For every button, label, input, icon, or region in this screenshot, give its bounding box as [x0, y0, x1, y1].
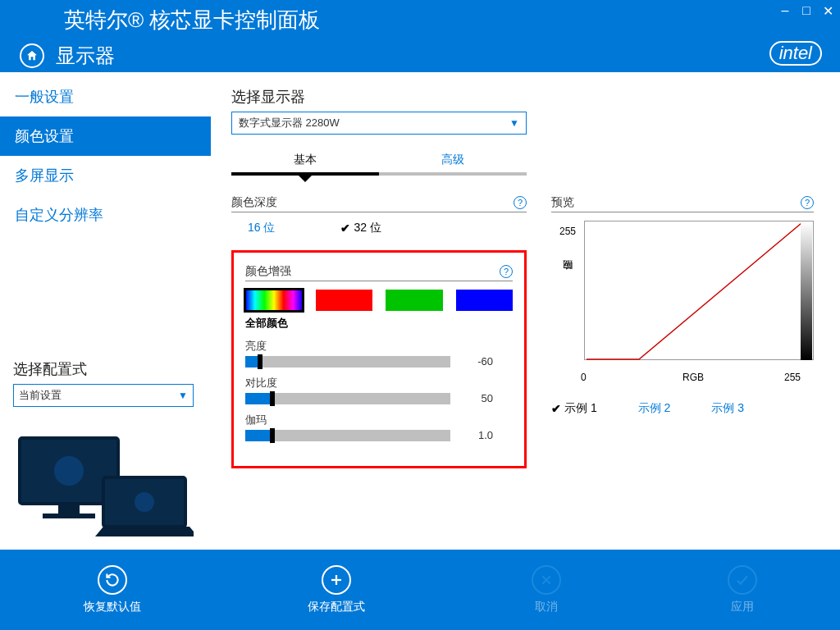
maximize-button[interactable]: □: [799, 3, 814, 18]
title-bar: 英特尔® 核芯显卡控制面板 – □ ✕: [0, 0, 840, 39]
swatch-all-colors[interactable]: [245, 290, 303, 311]
color-depth-label: 颜色深度: [231, 195, 277, 210]
chevron-down-icon: ▼: [178, 390, 188, 401]
undo-icon: [98, 565, 127, 595]
intel-logo: intel: [769, 41, 822, 66]
gamma-slider[interactable]: [245, 430, 450, 441]
swatch-green[interactable]: [386, 290, 443, 311]
sidebar-item-color[interactable]: 颜色设置: [0, 116, 211, 156]
save-profile-button[interactable]: 保存配置式: [308, 565, 365, 614]
device-illustration: [13, 431, 194, 538]
color-enhance-panel: 颜色增强 ? 全部颜色 亮度: [231, 250, 527, 468]
minimize-button[interactable]: –: [778, 3, 792, 18]
footer-bar: 恢复默认值 保存配置式 取消 应用: [0, 550, 840, 630]
contrast-value: 50: [460, 392, 493, 404]
depth-option-32[interactable]: ✔ 32 位: [340, 221, 381, 235]
help-icon[interactable]: ?: [801, 196, 814, 209]
svg-point-5: [135, 492, 154, 512]
close-button[interactable]: ✕: [820, 3, 835, 18]
gamma-value: 1.0: [460, 429, 493, 441]
gamma-label: 伽玛: [245, 413, 513, 427]
svg-point-1: [54, 456, 84, 486]
window-controls: – □ ✕: [778, 3, 835, 18]
display-select[interactable]: 数字式显示器 2280W ▼: [231, 112, 527, 135]
depth-option-16[interactable]: 16 位: [248, 221, 275, 235]
check-icon: [728, 565, 757, 595]
example-1[interactable]: ✔ 示例 1: [551, 401, 597, 416]
brightness-label: 亮度: [245, 339, 513, 354]
color-depth-header: 颜色深度 ?: [231, 195, 527, 212]
svg-rect-3: [43, 514, 95, 518]
preview-label: 预览: [551, 195, 574, 210]
display-value: 数字式显示器 2280W: [239, 116, 340, 130]
all-colors-label: 全部颜色: [245, 316, 513, 331]
x-min-tick: 0: [581, 372, 587, 383]
y-max-tick: 255: [559, 226, 576, 237]
x-max-tick: 255: [784, 372, 801, 383]
contrast-label: 对比度: [245, 376, 513, 390]
cancel-button: 取消: [532, 565, 561, 614]
mode-tabs: 基本 高级: [231, 153, 527, 176]
tab-advanced[interactable]: 高级: [379, 153, 527, 176]
restore-defaults-button[interactable]: 恢复默认值: [84, 565, 141, 614]
section-header: 显示器 intel: [0, 39, 840, 72]
x-axis-label: RGB: [682, 372, 704, 383]
check-icon: ✔: [340, 221, 350, 235]
brightness-value: -60: [460, 355, 493, 368]
preview-header: 预览 ?: [551, 195, 814, 212]
cross-icon: [532, 565, 561, 595]
app-title: 英特尔® 核芯显卡控制面板: [64, 6, 320, 34]
preview-chart: [584, 221, 814, 360]
check-icon: ✔: [551, 402, 561, 415]
section-title: 显示器: [56, 43, 115, 69]
sidebar-item-general[interactable]: 一般设置: [0, 77, 211, 116]
swatch-red[interactable]: [316, 290, 373, 311]
example-3[interactable]: 示例 3: [711, 401, 744, 416]
main-panel: 选择显示器 数字式显示器 2280W ▼ 基本 高级 颜色深度 ? 16 位: [212, 72, 840, 550]
svg-rect-2: [58, 504, 80, 514]
color-enhance-header: 颜色增强 ?: [245, 264, 513, 281]
help-icon[interactable]: ?: [500, 265, 513, 278]
sidebar-item-multidisplay[interactable]: 多屏显示: [0, 156, 211, 195]
profile-label: 选择配置式: [13, 359, 198, 379]
plus-icon: [322, 565, 351, 595]
example-2[interactable]: 示例 2: [638, 401, 671, 416]
contrast-slider[interactable]: [245, 393, 450, 404]
brightness-slider[interactable]: [245, 356, 450, 368]
gradient-strip: [801, 222, 812, 360]
apply-button: 应用: [728, 565, 757, 614]
profile-select[interactable]: 当前设置 ▼: [13, 384, 194, 407]
color-enhance-label: 颜色增强: [245, 264, 291, 279]
help-icon[interactable]: ?: [514, 196, 527, 209]
sidebar-item-customres[interactable]: 自定义分辨率: [0, 195, 211, 235]
select-display-label: 选择显示器: [231, 87, 820, 107]
chevron-down-icon: ▼: [509, 117, 519, 129]
tab-basic[interactable]: 基本: [231, 153, 379, 176]
sidebar: 一般设置 颜色设置 多屏显示 自定义分辨率 选择配置式 当前设置 ▼: [0, 72, 212, 550]
home-icon[interactable]: [20, 43, 44, 68]
profile-value: 当前设置: [19, 388, 62, 403]
swatch-blue[interactable]: [456, 290, 514, 311]
preview-examples: ✔ 示例 1 示例 2 示例 3: [551, 401, 820, 416]
